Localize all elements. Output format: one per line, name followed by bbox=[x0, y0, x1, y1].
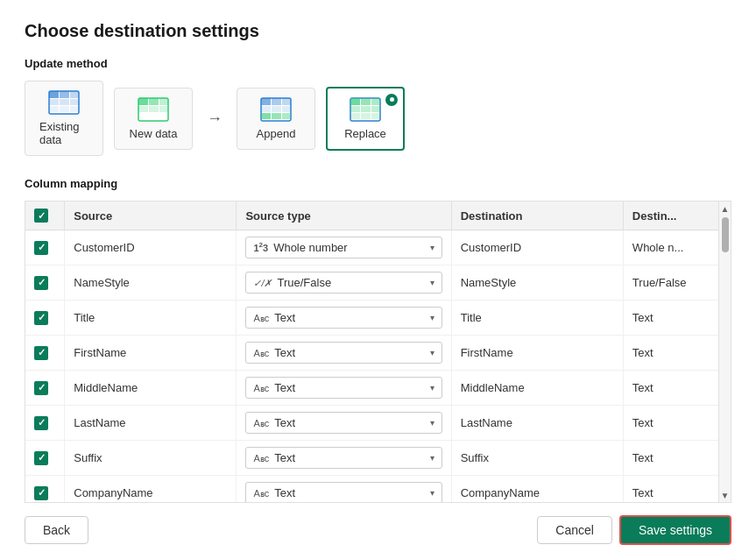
type-icon: Aʙc bbox=[253, 382, 269, 394]
chevron-down-icon: ▾ bbox=[430, 313, 435, 322]
existing-data-label: Existing data bbox=[39, 120, 88, 146]
source-type-label: Text bbox=[274, 486, 295, 499]
svg-rect-19 bbox=[272, 98, 281, 105]
row-checkbox[interactable] bbox=[34, 416, 48, 430]
header-checkbox[interactable] bbox=[34, 209, 48, 223]
svg-rect-9 bbox=[70, 106, 79, 112]
row-dest-type: Text bbox=[623, 476, 731, 504]
chevron-down-icon: ▾ bbox=[430, 453, 435, 463]
svg-rect-13 bbox=[159, 98, 168, 105]
row-source-type-cell: 123 Whole number ▾ bbox=[237, 230, 451, 265]
chevron-down-icon: ▾ bbox=[430, 488, 435, 498]
type-icon: ✓/✗ bbox=[253, 277, 272, 289]
header-dest-type: Destin... bbox=[623, 202, 731, 230]
chevron-down-icon: ▾ bbox=[430, 348, 435, 357]
table-row: LastName Aʙc Text ▾ LastName Text bbox=[25, 406, 731, 441]
scroll-up-arrow[interactable]: ▲ bbox=[720, 202, 731, 216]
row-source-type-cell: Aʙc Text ▾ bbox=[237, 441, 451, 476]
svg-rect-12 bbox=[149, 98, 159, 105]
footer-right: Cancel Save settings bbox=[537, 515, 731, 545]
row-source-type-cell: Aʙc Text ▾ bbox=[237, 371, 451, 406]
svg-rect-15 bbox=[149, 106, 159, 112]
method-append[interactable]: Append bbox=[237, 88, 315, 150]
svg-rect-28 bbox=[350, 98, 360, 105]
table-row: FirstName Aʙc Text ▾ FirstName Text bbox=[25, 336, 731, 371]
svg-rect-7 bbox=[49, 106, 59, 112]
method-replace[interactable]: Replace bbox=[326, 87, 405, 151]
mapping-table: Source Source type Destination Destin...… bbox=[25, 202, 731, 503]
source-type-label: Text bbox=[274, 311, 295, 324]
back-button[interactable]: Back bbox=[25, 516, 88, 544]
row-checkbox[interactable] bbox=[34, 241, 48, 255]
row-checkbox-cell bbox=[25, 301, 65, 336]
chevron-down-icon: ▾ bbox=[430, 418, 435, 428]
row-checkbox[interactable] bbox=[34, 276, 48, 290]
cancel-button[interactable]: Cancel bbox=[537, 516, 612, 544]
scrollbar-track[interactable]: ▲ ▼ bbox=[718, 202, 731, 502]
svg-rect-16 bbox=[159, 106, 168, 112]
svg-rect-35 bbox=[361, 113, 371, 119]
row-destination: NameStyle bbox=[451, 265, 623, 301]
row-checkbox[interactable] bbox=[34, 311, 48, 325]
row-source: NameStyle bbox=[65, 265, 237, 301]
source-type-dropdown[interactable]: Aʙc Text ▾ bbox=[245, 412, 442, 434]
update-method-section: Existing data New data → bbox=[25, 81, 731, 156]
source-type-dropdown[interactable]: Aʙc Text ▾ bbox=[245, 377, 442, 399]
svg-rect-8 bbox=[60, 106, 69, 112]
svg-rect-32 bbox=[361, 106, 371, 112]
type-icon: Aʙc bbox=[253, 312, 269, 324]
row-dest-type: Whole n... bbox=[623, 230, 731, 265]
row-destination: Suffix bbox=[451, 441, 623, 476]
source-type-label: Text bbox=[274, 416, 295, 429]
row-checkbox-cell bbox=[25, 441, 65, 476]
row-source: CompanyName bbox=[65, 476, 237, 504]
row-checkbox[interactable] bbox=[34, 346, 48, 360]
header-destination: Destination bbox=[451, 202, 623, 230]
svg-rect-29 bbox=[361, 98, 371, 105]
chevron-down-icon: ▾ bbox=[430, 383, 435, 393]
svg-rect-14 bbox=[138, 106, 148, 112]
source-type-label: True/False bbox=[278, 276, 332, 289]
svg-rect-31 bbox=[350, 106, 360, 112]
row-destination: CustomerID bbox=[451, 230, 623, 265]
source-type-dropdown[interactable]: ✓/✗ True/False ▾ bbox=[245, 272, 442, 294]
row-checkbox[interactable] bbox=[34, 451, 48, 465]
row-source-type-cell: Aʙc Text ▾ bbox=[237, 336, 451, 371]
save-settings-button[interactable]: Save settings bbox=[619, 515, 731, 545]
column-mapping-section: Column mapping Source Source type Destin… bbox=[25, 177, 731, 503]
row-checkbox[interactable] bbox=[34, 486, 48, 500]
scroll-thumb[interactable] bbox=[722, 217, 729, 252]
row-destination: LastName bbox=[451, 406, 623, 441]
row-destination: FirstName bbox=[451, 336, 623, 371]
svg-rect-2 bbox=[60, 91, 69, 98]
svg-rect-23 bbox=[282, 106, 291, 112]
header-source-type: Source type bbox=[237, 202, 451, 230]
svg-rect-1 bbox=[49, 91, 59, 98]
source-type-dropdown[interactable]: Aʙc Text ▾ bbox=[245, 342, 442, 364]
row-dest-type: Text bbox=[623, 336, 731, 371]
chevron-down-icon: ▾ bbox=[430, 278, 435, 287]
row-checkbox[interactable] bbox=[34, 381, 48, 395]
row-destination: MiddleName bbox=[451, 371, 623, 406]
source-type-dropdown[interactable]: Aʙc Text ▾ bbox=[245, 482, 442, 503]
method-existing-data[interactable]: Existing data bbox=[25, 81, 103, 156]
row-dest-type: Text bbox=[623, 441, 731, 476]
type-icon: Aʙc bbox=[253, 347, 269, 359]
mapping-table-container: Source Source type Destination Destin...… bbox=[25, 201, 731, 503]
type-icon: 123 bbox=[253, 241, 268, 254]
table-row: Suffix Aʙc Text ▾ Suffix Text bbox=[25, 441, 731, 476]
append-label: Append bbox=[257, 127, 296, 140]
source-type-dropdown[interactable]: Aʙc Text ▾ bbox=[245, 307, 442, 329]
table-row: MiddleName Aʙc Text ▾ MiddleName Text bbox=[25, 371, 731, 406]
source-type-dropdown[interactable]: 123 Whole number ▾ bbox=[245, 237, 442, 258]
scroll-down-arrow[interactable]: ▼ bbox=[720, 488, 731, 502]
source-type-dropdown[interactable]: Aʙc Text ▾ bbox=[245, 447, 442, 469]
source-type-label: Text bbox=[274, 346, 295, 359]
chevron-down-icon: ▾ bbox=[430, 243, 435, 252]
row-source-type-cell: Aʙc Text ▾ bbox=[237, 406, 451, 441]
type-icon: Aʙc bbox=[253, 417, 269, 429]
method-new-data[interactable]: New data bbox=[114, 88, 193, 150]
selected-indicator bbox=[385, 94, 398, 106]
svg-rect-18 bbox=[261, 98, 271, 105]
row-dest-type: True/False bbox=[623, 265, 731, 301]
